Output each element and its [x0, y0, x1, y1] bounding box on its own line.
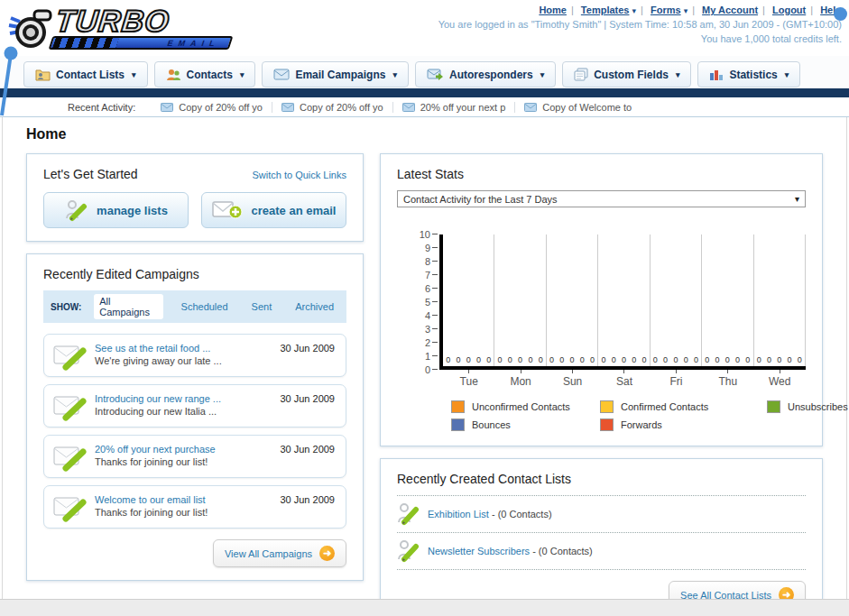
bar-value-label: 0 — [767, 355, 771, 364]
bar-value-label: 0 — [663, 355, 668, 364]
legend-item: Bounces — [451, 418, 600, 431]
stats-dropdown[interactable]: Contact Activity for the Last 7 Days ▾ — [397, 190, 806, 207]
navy-divider-bar — [0, 88, 849, 97]
contact-list-link[interactable]: Exhibition List — [428, 509, 489, 519]
pages-icon — [574, 68, 588, 81]
header-right: Home| Templates ▾| Forms ▾| My Account| … — [438, 5, 842, 44]
bar-value-label: 0 — [456, 355, 460, 364]
tab-all-campaigns[interactable]: All Campaigns — [94, 294, 162, 319]
bar-value-label: 0 — [446, 355, 450, 364]
bar-value-label: 0 — [715, 355, 720, 364]
nav-tab-label: Email Campaigns — [295, 69, 385, 81]
legend-item: Unconfirmed Contacts — [451, 400, 600, 413]
separator: | — [571, 5, 574, 15]
recent-activity-item[interactable]: Copy of Welcome to — [514, 102, 641, 113]
caret-down-icon: ▾ — [632, 6, 637, 15]
bar-chart-icon — [709, 69, 724, 81]
view-all-campaigns-button[interactable]: View All Campaigns ➜ — [213, 539, 346, 567]
bar-value-label: 0 — [590, 355, 595, 364]
campaign-subtitle: Introducing our new Italia ... — [95, 406, 337, 417]
nav-tab-label: Autoresponders — [449, 69, 533, 81]
legend-label: Forwards — [621, 419, 662, 430]
nav-tab-statistics[interactable]: Statistics ▾ — [697, 61, 800, 87]
bar-value-label: 0 — [476, 355, 481, 364]
nav-tab-contact-lists[interactable]: Contact Lists ▾ — [23, 61, 148, 87]
bar-value-label: 0 — [570, 355, 575, 364]
top-link-forms[interactable]: Forms — [651, 5, 681, 15]
create-email-label: create an email — [252, 204, 337, 217]
top-link-my-account[interactable]: My Account — [702, 5, 758, 15]
envelope-pencil-icon — [53, 392, 88, 421]
create-email-button[interactable]: create an email — [201, 192, 346, 228]
login-info: You are logged in as "Timothy Smith" | S… — [438, 19, 842, 30]
nav-tab-autoresponders[interactable]: Autoresponders ▾ — [415, 61, 556, 87]
separator: | — [762, 5, 765, 15]
contact-list-link[interactable]: Newsletter Subscribers — [428, 546, 530, 556]
x-axis-label: Tue — [443, 370, 494, 388]
manage-lists-button[interactable]: manage lists — [43, 192, 189, 228]
legend-swatch — [600, 400, 614, 413]
person-pencil-icon — [64, 198, 88, 222]
bottom-strip — [0, 599, 849, 616]
legend-label: Unconfirmed Contacts — [472, 401, 570, 412]
campaign-date: 30 Jun 2009 — [280, 393, 335, 404]
recent-activity-text: Copy of 20% off yo — [179, 102, 263, 113]
show-label: SHOW: — [51, 302, 81, 312]
envelope-arrow-icon — [427, 69, 444, 81]
separator: | — [641, 5, 643, 15]
campaign-list: See us at the retail food ... We're givi… — [43, 334, 346, 529]
recent-activity-item[interactable]: 20% off your next p — [392, 102, 515, 113]
bar-group: 00000 — [547, 234, 598, 366]
tab-scheduled[interactable]: Scheduled — [176, 299, 234, 314]
chart-plot-area: 00000000000000000000000000000000000 — [439, 234, 806, 370]
top-link-home[interactable]: Home — [539, 5, 567, 15]
bar-value-label: 0 — [612, 355, 616, 364]
legend-swatch — [451, 418, 465, 431]
bar-value-label: 0 — [632, 355, 636, 364]
switch-quick-links[interactable]: Switch to Quick Links — [252, 170, 346, 180]
caret-down-icon: ▾ — [392, 70, 397, 79]
legend-swatch — [767, 400, 780, 413]
legend-item: Forwards — [600, 418, 767, 431]
envelope-icon — [402, 103, 415, 112]
bar-group: 00000 — [494, 234, 546, 366]
campaign-subtitle: Thanks for joining our list! — [95, 507, 337, 518]
bar-value-label: 0 — [694, 355, 698, 364]
chart-x-axis: TueMonSunSatFriThuWed — [443, 370, 806, 388]
top-link-templates[interactable]: Templates — [581, 5, 630, 15]
envelope-icon — [161, 103, 173, 112]
people-icon — [166, 68, 181, 81]
recent-activity-item[interactable]: Copy of 20% off yo — [272, 102, 392, 113]
bar-group: 00000 — [443, 234, 494, 366]
nav-tab-contacts[interactable]: Contacts ▾ — [154, 61, 256, 87]
bar-group: 00000 — [598, 234, 650, 366]
caret-down-icon: ▾ — [676, 70, 680, 79]
bar-value-label: 0 — [601, 355, 605, 364]
recent-activity-item[interactable]: Copy of 20% off yo — [152, 102, 272, 113]
nav-tab-label: Custom Fields — [594, 69, 669, 81]
envelope-icon — [524, 103, 537, 112]
nav-tab-custom-fields[interactable]: Custom Fields ▾ — [562, 61, 691, 87]
stats-dropdown-value: Contact Activity for the Last 7 Days — [403, 194, 558, 205]
tab-sent[interactable]: Sent — [246, 299, 278, 314]
campaign-date: 30 Jun 2009 — [280, 494, 335, 505]
legend-label: Unsubscribes — [788, 401, 848, 412]
recent-activity-text: 20% off your next p — [420, 102, 506, 113]
caret-down-icon: ▾ — [684, 6, 688, 15]
nav-tab-email-campaigns[interactable]: Email Campaigns ▾ — [262, 61, 409, 87]
bar-value-label: 0 — [518, 355, 522, 364]
caret-down-icon: ▾ — [785, 70, 789, 79]
main-nav: Contact Lists ▾ Contacts ▾ Email Campaig… — [0, 56, 849, 88]
envelope-icon — [281, 103, 294, 112]
arrow-right-icon: ➜ — [319, 546, 335, 561]
bar-group: 00000 — [754, 234, 806, 366]
bar-value-label: 0 — [549, 355, 554, 364]
tab-archived[interactable]: Archived — [290, 299, 339, 314]
x-axis-label: Fri — [651, 370, 702, 388]
bar-value-label: 0 — [684, 355, 688, 364]
bar-value-label: 0 — [777, 355, 781, 364]
latest-stats-panel: Latest Stats Contact Activity for the La… — [380, 153, 823, 446]
top-link-logout[interactable]: Logout — [772, 5, 806, 15]
manage-lists-label: manage lists — [97, 204, 168, 217]
contact-list-row: Newsletter Subscribers - (0 Contacts) — [397, 533, 806, 570]
